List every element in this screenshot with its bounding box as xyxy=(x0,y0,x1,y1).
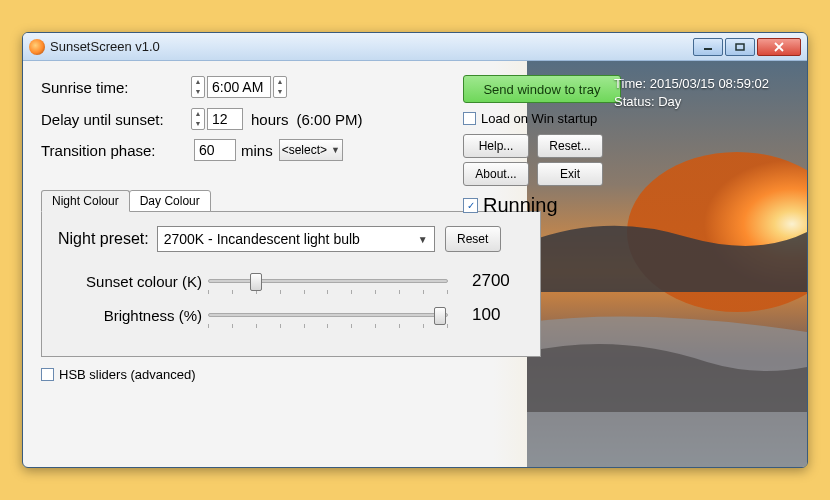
startup-row: Load on Win startup xyxy=(463,111,643,126)
brightness-slider-label: Brightness (%) xyxy=(58,307,208,324)
overlay-time: Time: 2015/03/15 08:59:02 xyxy=(614,75,769,93)
overlay-status: Status: Day xyxy=(614,93,769,111)
delay-computed: (6:00 PM) xyxy=(297,111,363,128)
preset-reset-button[interactable]: Reset xyxy=(445,226,501,252)
exit-button[interactable]: Exit xyxy=(537,162,603,186)
chevron-down-icon: ▼ xyxy=(418,234,428,245)
delay-unit: hours xyxy=(251,111,289,128)
slider-thumb[interactable] xyxy=(434,307,446,325)
chevron-up-icon[interactable]: ▲ xyxy=(192,77,204,87)
close-button[interactable] xyxy=(757,38,801,56)
brightness-slider[interactable] xyxy=(208,304,448,326)
transition-label: Transition phase: xyxy=(41,142,191,159)
transition-input[interactable] xyxy=(194,139,236,161)
startup-checkbox[interactable] xyxy=(463,112,476,125)
brightness-value: 100 xyxy=(472,305,500,325)
app-icon xyxy=(29,39,45,55)
colour-value: 2700 xyxy=(472,271,510,291)
sunrise-spinner[interactable]: ▲▼ ▲▼ xyxy=(191,75,287,99)
colour-slider[interactable] xyxy=(208,270,448,292)
sunrise-label: Sunrise time: xyxy=(41,79,191,96)
chevron-down-icon: ▼ xyxy=(331,145,340,155)
transition-select[interactable]: <select> ▼ xyxy=(279,139,343,161)
svg-rect-2 xyxy=(704,48,712,50)
titlebar: SunsetScreen v1.0 xyxy=(23,33,807,61)
delay-input[interactable] xyxy=(207,108,243,130)
status-overlay: Time: 2015/03/15 08:59:02 Status: Day xyxy=(614,75,769,111)
about-button[interactable]: About... xyxy=(463,162,529,186)
colour-slider-row: Sunset colour (K) 2700 xyxy=(58,270,524,292)
colour-tabs: Night Colour Day Colour Night preset: 27… xyxy=(41,189,791,357)
tab-night-colour[interactable]: Night Colour xyxy=(41,190,130,212)
chevron-down-icon[interactable]: ▼ xyxy=(274,87,286,97)
preset-select[interactable]: 2700K - Incandescent light bulb ▼ xyxy=(157,226,435,252)
night-colour-panel: Night preset: 2700K - Incandescent light… xyxy=(41,211,541,357)
window-title: SunsetScreen v1.0 xyxy=(50,39,160,54)
hsb-label: HSB sliders (advanced) xyxy=(59,367,196,382)
delay-spinner[interactable]: ▲▼ xyxy=(191,107,245,131)
preset-label: Night preset: xyxy=(58,230,149,248)
sunrise-input[interactable] xyxy=(207,76,271,98)
brightness-slider-row: Brightness (%) 100 xyxy=(58,304,524,326)
tab-day-colour[interactable]: Day Colour xyxy=(129,190,211,212)
svg-rect-3 xyxy=(736,44,744,50)
minimize-button[interactable] xyxy=(693,38,723,56)
hsb-checkbox[interactable] xyxy=(41,368,54,381)
maximize-icon xyxy=(735,43,745,51)
send-to-tray-button[interactable]: Send window to tray xyxy=(463,75,621,103)
chevron-down-icon[interactable]: ▼ xyxy=(192,87,204,97)
minimize-icon xyxy=(703,43,713,51)
maximize-button[interactable] xyxy=(725,38,755,56)
startup-label: Load on Win startup xyxy=(481,111,597,126)
delay-label: Delay until sunset: xyxy=(41,111,191,128)
chevron-up-icon[interactable]: ▲ xyxy=(192,109,204,119)
close-icon xyxy=(773,42,785,52)
colour-slider-label: Sunset colour (K) xyxy=(58,273,208,290)
reset-button[interactable]: Reset... xyxy=(537,134,603,158)
transition-unit: mins xyxy=(241,142,273,159)
hsb-row: HSB sliders (advanced) xyxy=(41,367,791,382)
window-controls xyxy=(691,38,801,56)
application-window: SunsetScreen v1.0 Time: 2015/03/15 08:59… xyxy=(22,32,808,468)
chevron-up-icon[interactable]: ▲ xyxy=(274,77,286,87)
slider-thumb[interactable] xyxy=(250,273,262,291)
help-button[interactable]: Help... xyxy=(463,134,529,158)
chevron-down-icon[interactable]: ▼ xyxy=(192,119,204,129)
transition-row: Transition phase: mins <select> ▼ xyxy=(41,139,791,161)
